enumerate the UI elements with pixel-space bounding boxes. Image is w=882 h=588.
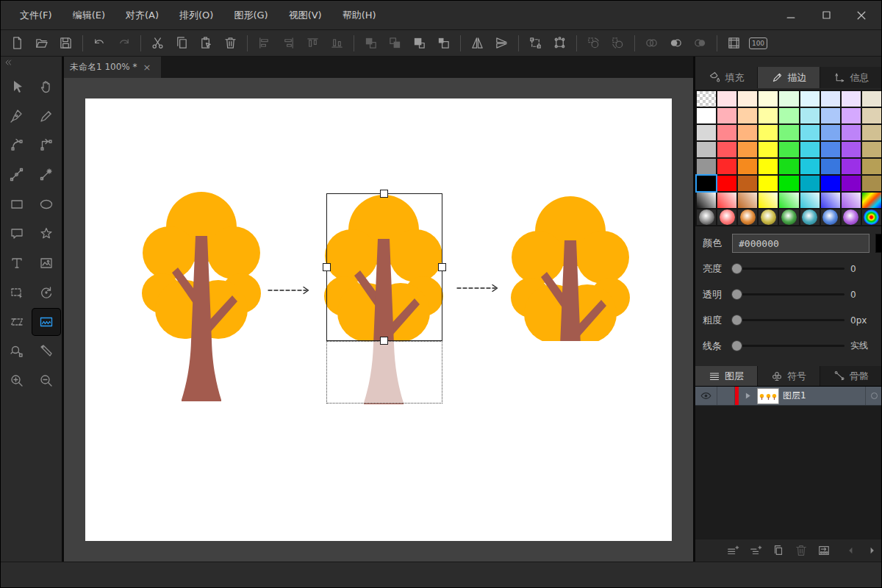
selection-handle-bottom[interactable] xyxy=(380,337,388,345)
tab-close-icon[interactable]: × xyxy=(143,62,151,72)
palette-swatch[interactable] xyxy=(697,142,716,157)
selection-handle-top[interactable] xyxy=(380,190,388,198)
bring-to-front-button[interactable] xyxy=(407,32,431,55)
thickness-slider-handle[interactable] xyxy=(731,315,742,326)
tool-ellipse[interactable] xyxy=(32,190,61,218)
line-style-slider[interactable] xyxy=(732,345,845,347)
delete-layer-button[interactable] xyxy=(795,544,808,557)
palette-swatch[interactable] xyxy=(759,176,778,191)
selection-handle-left[interactable] xyxy=(323,263,331,271)
save-button[interactable] xyxy=(54,32,78,55)
palette-swatch[interactable] xyxy=(759,142,778,157)
tab-bones[interactable]: 骨骼 xyxy=(820,366,882,386)
palette-swatch[interactable] xyxy=(821,176,840,191)
add-sublayer-button[interactable] xyxy=(749,544,762,557)
open-file-button[interactable] xyxy=(29,32,54,55)
palette-swatch[interactable] xyxy=(862,125,881,140)
layer-name[interactable]: 图层1 xyxy=(783,390,865,402)
palette-swatch[interactable] xyxy=(717,176,736,191)
palette-swatch[interactable] xyxy=(800,142,820,157)
brightness-slider[interactable] xyxy=(732,268,845,270)
palette-swatch[interactable] xyxy=(738,159,757,174)
prev-page-button[interactable] xyxy=(846,545,856,556)
palette-swatch[interactable] xyxy=(821,159,840,174)
palette-swatch[interactable] xyxy=(842,159,861,174)
palette-swatch[interactable] xyxy=(842,209,861,225)
palette-swatch[interactable] xyxy=(717,209,736,225)
palette-swatch[interactable] xyxy=(759,108,778,123)
menu-shape[interactable]: 图形(G) xyxy=(225,5,276,26)
next-page-button[interactable] xyxy=(867,545,877,556)
palette-swatch[interactable] xyxy=(779,159,798,174)
undo-button[interactable] xyxy=(87,32,112,55)
envelope-transform-button[interactable] xyxy=(548,32,572,55)
palette-swatch[interactable] xyxy=(800,91,820,107)
document-tab[interactable]: 未命名1 100% * × xyxy=(64,57,161,78)
menu-view[interactable]: 视图(V) xyxy=(280,5,331,26)
tree-original[interactable] xyxy=(142,190,261,401)
current-color-swatch[interactable] xyxy=(875,234,882,253)
selection-handle-right[interactable] xyxy=(438,263,446,271)
palette-swatch[interactable] xyxy=(862,91,881,107)
palette-swatch[interactable] xyxy=(779,176,798,191)
tool-wave-brush[interactable] xyxy=(32,308,61,336)
combine-union-button[interactable] xyxy=(664,32,688,55)
palette-swatch[interactable] xyxy=(800,176,820,191)
bring-forward-button[interactable] xyxy=(383,32,407,55)
layer-visibility-toggle[interactable] xyxy=(695,387,717,405)
align-top-button[interactable] xyxy=(301,32,325,55)
palette-swatch[interactable] xyxy=(738,176,757,191)
tool-rotate[interactable] xyxy=(32,279,61,306)
palette-swatch[interactable] xyxy=(697,125,716,140)
thickness-slider[interactable] xyxy=(732,319,845,321)
send-backward-button[interactable] xyxy=(359,32,383,55)
minimize-icon[interactable] xyxy=(775,4,806,26)
palette-swatch[interactable] xyxy=(759,209,778,225)
tool-symbol-sprayer[interactable] xyxy=(2,337,32,365)
palette-swatch[interactable] xyxy=(697,209,716,225)
palette-swatch[interactable] xyxy=(800,108,820,123)
palette-swatch[interactable] xyxy=(759,193,778,208)
add-layer-button[interactable] xyxy=(726,544,739,557)
palette-swatch[interactable] xyxy=(759,159,778,174)
palette-swatch[interactable] xyxy=(738,209,757,225)
palette-swatch[interactable] xyxy=(821,125,840,140)
tool-knife[interactable] xyxy=(32,337,61,365)
palette-swatch[interactable] xyxy=(697,176,716,191)
new-file-button[interactable] xyxy=(5,32,29,55)
zoom-100-button[interactable]: 100 xyxy=(746,32,770,55)
frames-button[interactable] xyxy=(817,544,831,557)
palette-swatch[interactable] xyxy=(779,91,798,107)
send-to-back-button[interactable] xyxy=(431,32,456,55)
palette-swatch[interactable] xyxy=(862,142,881,157)
palette-swatch[interactable] xyxy=(842,125,861,140)
brightness-slider-handle[interactable] xyxy=(731,263,742,274)
copy-button[interactable] xyxy=(170,32,194,55)
palette-swatch[interactable] xyxy=(862,176,881,191)
tool-image[interactable] xyxy=(32,249,61,277)
layer-target-cell[interactable] xyxy=(865,387,882,405)
palette-swatch[interactable] xyxy=(842,142,861,157)
paste-button[interactable] xyxy=(194,32,218,55)
palette-swatch[interactable] xyxy=(717,108,736,123)
close-icon[interactable] xyxy=(846,4,877,26)
tool-select[interactable] xyxy=(2,73,32,101)
shape-pivot-button[interactable] xyxy=(606,32,630,55)
palette-swatch[interactable] xyxy=(717,193,736,208)
palette-swatch[interactable] xyxy=(821,91,840,107)
align-right-button[interactable] xyxy=(276,32,301,55)
collapse-panel-icon[interactable] xyxy=(4,58,12,67)
tool-pencil[interactable] xyxy=(32,102,61,130)
align-bottom-button[interactable] xyxy=(325,32,349,55)
tab-symbols[interactable]: 符号 xyxy=(758,366,820,386)
tab-info[interactable]: 信息 xyxy=(820,67,882,88)
palette-swatch[interactable] xyxy=(697,159,716,174)
palette-swatch[interactable] xyxy=(862,159,881,174)
shape-rotate-button[interactable] xyxy=(581,32,606,55)
flip-vertical-button[interactable] xyxy=(490,32,514,55)
combine-exclude-button[interactable] xyxy=(688,32,712,55)
artboard-page[interactable] xyxy=(85,98,672,541)
align-left-button[interactable] xyxy=(252,32,276,55)
free-transform-button[interactable] xyxy=(523,32,548,55)
palette-swatch[interactable] xyxy=(779,209,798,225)
